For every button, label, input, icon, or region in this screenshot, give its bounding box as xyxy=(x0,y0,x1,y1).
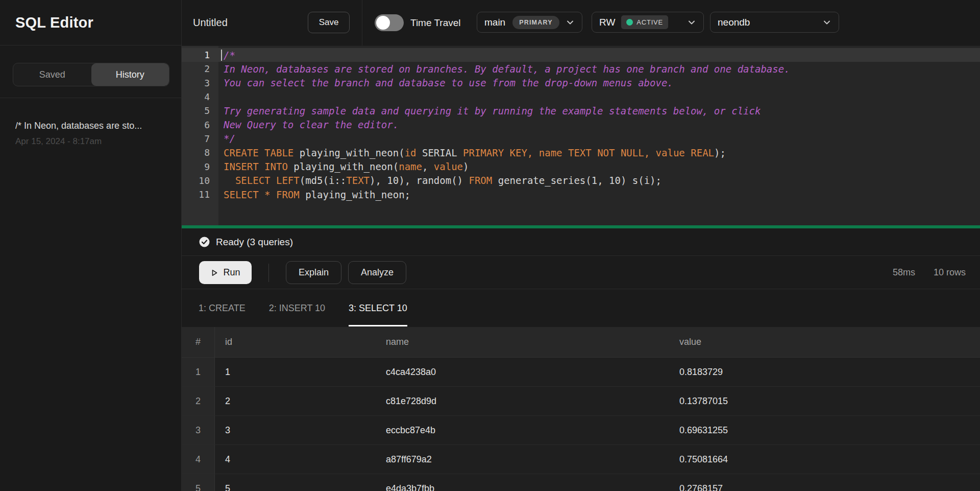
code-token: value xyxy=(656,147,685,158)
topbar: Untitled Save Time Travel main PRIMARY R… xyxy=(182,0,980,46)
code-line-content: New Query to clear the editor. xyxy=(218,118,980,131)
code-line[interactable]: 8CREATE TABLE playing_with_neon(id SERIA… xyxy=(182,146,980,159)
table-cell: 3 xyxy=(215,416,381,445)
table-cell: 0.13787015 xyxy=(674,387,980,415)
code-token xyxy=(533,147,538,158)
tab-history[interactable]: History xyxy=(91,63,169,86)
table-cell: 3 xyxy=(182,416,215,445)
query-title[interactable]: Untitled xyxy=(193,0,228,45)
page-title: SQL Editor xyxy=(15,14,93,31)
column-header: # xyxy=(182,327,215,357)
table-row[interactable]: 55e4da3b7fbb0.2768157 xyxy=(182,474,980,491)
database-dropdown[interactable]: neondb xyxy=(710,12,839,33)
column-header: id xyxy=(215,327,381,357)
branch-dropdown[interactable]: main PRIMARY xyxy=(477,12,582,33)
code-token: playing_with_neon( xyxy=(300,147,405,158)
primary-badge: PRIMARY xyxy=(512,16,559,29)
save-button[interactable]: Save xyxy=(308,12,350,33)
code-line[interactable]: 10 SELECT LEFT(md5(i::TEXT), 10), random… xyxy=(182,174,980,188)
column-header: value xyxy=(674,327,980,357)
check-circle-icon xyxy=(199,237,210,247)
status-row: Ready (3 queries) xyxy=(182,228,980,256)
results-table: #idnamevalue 11c4ca4238a00.818372922c81e… xyxy=(182,327,980,491)
code-token: FROM xyxy=(469,175,492,186)
code-token: SELECT LEFT xyxy=(235,175,300,186)
code-token: ); xyxy=(714,147,726,158)
history-snippet: /* In Neon, databases are sto... xyxy=(15,121,167,131)
code-line[interactable]: 4 xyxy=(182,90,980,104)
code-line[interactable]: 6New Query to clear the editor. xyxy=(182,118,980,131)
code-token: value xyxy=(434,161,463,172)
saved-history-segmented-control: Saved History xyxy=(13,63,169,86)
result-row-count: 10 rows xyxy=(934,267,966,278)
code-line[interactable]: 7*/ xyxy=(182,132,980,146)
code-line[interactable]: 5Try generating sample data and querying… xyxy=(182,104,980,118)
code-token: , xyxy=(422,161,434,172)
code-token: SERIAL xyxy=(416,147,463,158)
code-line[interactable]: 2In Neon, databases are stored on branch… xyxy=(182,62,980,76)
table-cell: 5 xyxy=(215,474,381,491)
code-editor[interactable]: 1/*2In Neon, databases are stored on bra… xyxy=(182,46,980,225)
code-area: 1/*2In Neon, databases are stored on bra… xyxy=(182,48,980,201)
code-token: name xyxy=(539,147,562,158)
code-token: CREATE TABLE xyxy=(224,147,300,158)
sidebar: SQL Editor Saved History /* In Neon, dat… xyxy=(0,0,182,491)
history-date: Apr 15, 2024 - 8:17am xyxy=(15,136,167,147)
status-message: Ready (3 queries) xyxy=(216,237,293,248)
analyze-button[interactable]: Analyze xyxy=(348,261,406,284)
code-line[interactable]: 3You can select the branch and database … xyxy=(182,76,980,90)
code-token: TEXT xyxy=(346,175,370,186)
code-line-content: CREATE TABLE playing_with_neon(id SERIAL… xyxy=(218,146,980,159)
code-line-content: INSERT INTO playing_with_neon(name, valu… xyxy=(218,159,980,173)
result-tab[interactable]: 3: SELECT 10 xyxy=(349,290,407,327)
table-cell: 0.69631255 xyxy=(674,416,980,445)
code-token: (md5(i:: xyxy=(300,175,347,186)
code-token: REAL xyxy=(691,147,714,158)
code-line[interactable]: 1/* xyxy=(182,48,980,62)
code-line-content: SELECT LEFT(md5(i::TEXT), 10), random() … xyxy=(218,174,980,188)
code-line[interactable]: 11SELECT * FROM playing_with_neon; xyxy=(182,188,980,201)
code-line-content: */ xyxy=(218,132,980,146)
run-button[interactable]: Run xyxy=(199,261,252,284)
code-line[interactable]: 9INSERT INTO playing_with_neon(name, val… xyxy=(182,159,980,173)
code-token: TEXT NOT NULL, xyxy=(568,147,650,158)
table-cell: c4ca4238a0 xyxy=(381,358,674,386)
line-number: 2 xyxy=(182,62,218,76)
table-cell: a87ff679a2 xyxy=(381,445,674,474)
table-row[interactable]: 33eccbc87e4b0.69631255 xyxy=(182,416,980,445)
table-cell: 5 xyxy=(182,474,215,491)
status-dot-icon xyxy=(626,19,633,26)
line-number: 7 xyxy=(182,132,218,146)
active-badge: ACTIVE xyxy=(621,15,668,29)
code-token: New Query to clear the editor. xyxy=(224,119,399,130)
code-token xyxy=(224,175,235,186)
code-token: name xyxy=(399,161,422,172)
run-button-label: Run xyxy=(223,267,240,278)
table-cell: 1 xyxy=(215,358,381,386)
active-badge-label: ACTIVE xyxy=(636,18,663,26)
code-token xyxy=(562,147,568,158)
result-tab[interactable]: 2: INSERT 10 xyxy=(269,290,325,327)
code-line-content: Try generating sample data and querying … xyxy=(218,104,980,118)
table-row[interactable]: 22c81e728d9d0.13787015 xyxy=(182,387,980,416)
history-list-item[interactable]: /* In Neon, databases are sto... Apr 15,… xyxy=(0,98,181,147)
compute-dropdown[interactable]: RW ACTIVE xyxy=(592,12,704,33)
code-token: Try generating sample data and querying … xyxy=(224,105,761,116)
tab-saved[interactable]: Saved xyxy=(13,63,91,86)
sidebar-header: SQL Editor xyxy=(0,0,181,45)
code-token: You can select the branch and database t… xyxy=(224,77,673,88)
time-travel-toggle[interactable] xyxy=(375,14,404,31)
code-token: */ xyxy=(224,133,235,144)
code-token: playing_with_neon( xyxy=(293,161,399,172)
table-row[interactable]: 44a87ff679a20.75081664 xyxy=(182,445,980,474)
explain-button[interactable]: Explain xyxy=(286,261,341,284)
table-cell: e4da3b7fbb xyxy=(381,474,674,491)
table-row[interactable]: 11c4ca4238a00.8183729 xyxy=(182,358,980,387)
result-tabs: 1: CREATE2: INSERT 103: SELECT 10 xyxy=(182,290,980,327)
table-cell: 2 xyxy=(182,387,215,415)
result-tab[interactable]: 1: CREATE xyxy=(199,290,246,327)
table-cell: 0.75081664 xyxy=(674,445,980,474)
topbar-divider xyxy=(362,0,362,45)
query-duration: 58ms xyxy=(893,267,915,278)
code-token: playing_with_neon; xyxy=(300,189,410,200)
